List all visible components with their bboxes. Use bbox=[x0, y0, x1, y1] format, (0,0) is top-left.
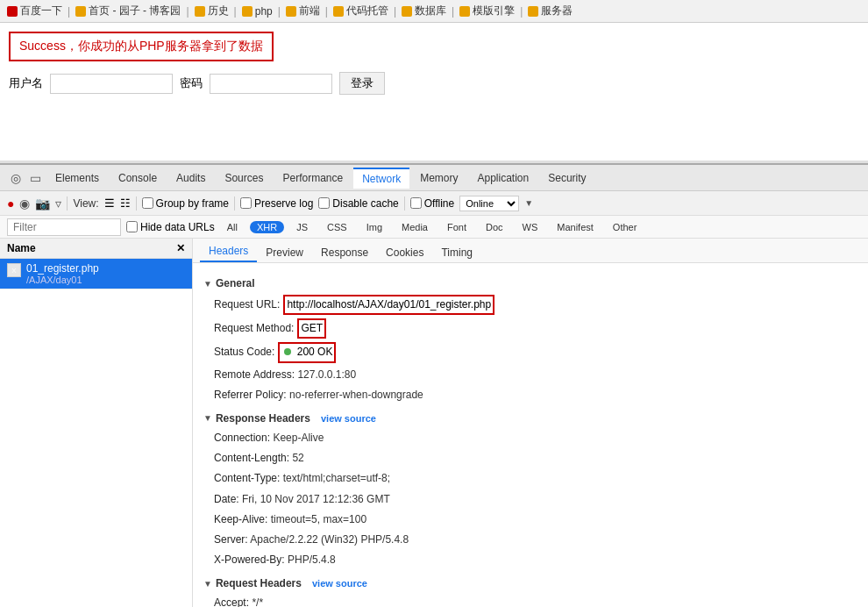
bookmark-baidu-label: 百度一下 bbox=[20, 4, 62, 18]
tab-network[interactable]: Network bbox=[353, 168, 409, 189]
bookmark-frontend[interactable]: 前端 bbox=[286, 4, 320, 18]
offline-input[interactable] bbox=[410, 197, 422, 209]
resp-content-length-val: 52 bbox=[292, 452, 303, 464]
filter-font[interactable]: Font bbox=[440, 221, 473, 233]
server-icon bbox=[528, 6, 538, 17]
resp-content-type-row: Content-Type: text/html;charset=utf-8; bbox=[203, 468, 857, 489]
tab-console[interactable]: Console bbox=[110, 168, 166, 188]
filter-manifest[interactable]: Manifest bbox=[550, 221, 601, 233]
resp-server-val: Apache/2.2.22 (Win32) PHP/5.4.8 bbox=[250, 533, 409, 546]
request-headers-title-text: Request Headers bbox=[216, 577, 302, 589]
camera-button[interactable]: 📷 bbox=[35, 196, 50, 211]
file-item-register[interactable]: X 01_register.php /AJAX/day01 bbox=[0, 259, 192, 289]
bookmark-template[interactable]: 模版引擎 bbox=[459, 4, 515, 18]
filter-js[interactable]: JS bbox=[289, 221, 315, 233]
file-info: 01_register.php /AJAX/day01 bbox=[26, 262, 99, 285]
resp-connection-key: Connection: bbox=[214, 432, 270, 444]
general-title-text: General bbox=[216, 277, 255, 289]
username-input[interactable] bbox=[50, 74, 173, 94]
filter-icon[interactable]: ▿ bbox=[55, 196, 61, 211]
bookmark-baidu[interactable]: 百度一下 bbox=[7, 4, 62, 18]
response-headers-title-text: Response Headers bbox=[216, 412, 310, 425]
resp-content-type-key: Content-Type: bbox=[214, 472, 280, 484]
tab-security[interactable]: Security bbox=[539, 168, 594, 188]
dropdown-arrow[interactable]: ▼ bbox=[524, 198, 533, 208]
bookmark-history[interactable]: 历史 bbox=[195, 4, 229, 18]
detail-tab-response[interactable]: Response bbox=[312, 243, 377, 262]
divider3 bbox=[234, 196, 235, 211]
bookmark-db[interactable]: 数据库 bbox=[402, 4, 446, 18]
bookmark-cnblog-label: 首页 - 园子 - 博客园 bbox=[89, 4, 181, 18]
request-headers-view-source[interactable]: view source bbox=[312, 578, 367, 589]
login-button[interactable]: 登录 bbox=[339, 72, 385, 95]
filter-css[interactable]: CSS bbox=[320, 221, 354, 233]
resp-keep-alive-val: timeout=5, max=100 bbox=[271, 513, 366, 525]
referrer-policy-val: no-referrer-when-downgrade bbox=[289, 389, 423, 401]
preserve-log-checkbox[interactable]: Preserve log bbox=[240, 197, 313, 210]
preserve-log-input[interactable] bbox=[240, 197, 252, 209]
tab-performance[interactable]: Performance bbox=[274, 168, 352, 188]
resp-keep-alive-row: Keep-Alive: timeout=5, max=100 bbox=[203, 510, 857, 530]
tab-elements[interactable]: Elements bbox=[46, 168, 108, 188]
hide-data-urls-label[interactable]: Hide data URLs bbox=[126, 221, 215, 233]
filter-media[interactable]: Media bbox=[395, 221, 435, 233]
hide-data-urls-text: Hide data URLs bbox=[140, 221, 215, 233]
view-list-icon[interactable]: ☰ bbox=[104, 196, 115, 210]
tab-audits[interactable]: Audits bbox=[167, 168, 214, 188]
req-accept-key: Accept: bbox=[214, 596, 249, 607]
php-icon bbox=[242, 6, 253, 17]
request-headers-section-title: ▼ Request Headers view source bbox=[203, 577, 857, 589]
general-section-title: ▼ General bbox=[203, 277, 857, 289]
resp-date-key: Date: bbox=[214, 493, 239, 505]
group-by-frame-input[interactable] bbox=[142, 197, 153, 209]
status-code-row: Status Code: 200 OK bbox=[203, 340, 857, 364]
baidu-icon bbox=[7, 6, 18, 17]
filter-xhr[interactable]: XHR bbox=[250, 221, 284, 233]
request-url-text: http://localhost/AJAX/day01/01_register.… bbox=[287, 298, 491, 311]
tab-memory[interactable]: Memory bbox=[411, 168, 466, 188]
code-icon bbox=[333, 6, 344, 17]
filter-ws[interactable]: WS bbox=[516, 221, 545, 233]
hide-data-urls-checkbox[interactable] bbox=[126, 221, 138, 232]
tab-sources[interactable]: Sources bbox=[216, 168, 272, 188]
bookmark-server-label: 服务器 bbox=[541, 4, 573, 18]
detail-tab-timing[interactable]: Timing bbox=[432, 243, 481, 262]
bookmark-frontend-label: 前端 bbox=[299, 4, 320, 18]
record-button[interactable]: ● bbox=[7, 196, 14, 211]
offline-checkbox[interactable]: Offline bbox=[410, 197, 454, 210]
online-select[interactable]: Online Slow 3G Fast 3G bbox=[459, 196, 519, 211]
bookmark-history-label: 历史 bbox=[208, 4, 229, 18]
detail-tab-headers[interactable]: Headers bbox=[200, 241, 257, 262]
bookmark-cnblog[interactable]: 首页 - 园子 - 博客园 bbox=[75, 4, 181, 18]
resp-date-row: Date: Fri, 10 Nov 2017 12:12:36 GMT bbox=[203, 489, 857, 510]
bookmark-php[interactable]: php bbox=[242, 5, 273, 18]
page-content: Success，你成功的从PHP服务器拿到了数据 用户名 密码 登录 bbox=[0, 23, 868, 163]
divider1 bbox=[67, 196, 68, 211]
detail-content: ▼ General Request URL: http://localhost/… bbox=[193, 263, 868, 607]
filter-input[interactable] bbox=[7, 218, 121, 236]
device-icon[interactable]: ▭ bbox=[26, 169, 45, 187]
detail-tab-preview[interactable]: Preview bbox=[257, 243, 312, 262]
stop-button[interactable]: ◉ bbox=[19, 196, 30, 211]
detail-tab-cookies[interactable]: Cookies bbox=[377, 243, 432, 262]
sep2: | bbox=[186, 5, 189, 18]
req-accept-val: */* bbox=[252, 596, 263, 607]
disable-cache-checkbox[interactable]: Disable cache bbox=[318, 197, 398, 210]
tab-application[interactable]: Application bbox=[469, 168, 538, 188]
bookmark-code[interactable]: 代码托管 bbox=[333, 4, 388, 18]
filter-img[interactable]: Img bbox=[359, 221, 389, 233]
inspect-icon[interactable]: ◎ bbox=[7, 169, 25, 187]
filter-all[interactable]: All bbox=[220, 221, 245, 233]
filter-doc[interactable]: Doc bbox=[479, 221, 510, 233]
bookmark-server[interactable]: 服务器 bbox=[528, 4, 573, 18]
disable-cache-input[interactable] bbox=[318, 197, 330, 209]
filter-other[interactable]: Other bbox=[606, 221, 644, 233]
close-panel-icon[interactable]: ✕ bbox=[176, 242, 185, 254]
password-input[interactable] bbox=[210, 74, 332, 94]
resp-server-key: Server: bbox=[214, 533, 248, 546]
response-headers-section-title: ▼ Response Headers view source bbox=[203, 412, 857, 425]
file-list-header: Name ✕ bbox=[0, 239, 192, 259]
view-detail-icon[interactable]: ☷ bbox=[120, 196, 131, 210]
response-headers-view-source[interactable]: view source bbox=[321, 413, 376, 424]
group-by-frame-checkbox[interactable]: Group by frame bbox=[142, 197, 229, 210]
